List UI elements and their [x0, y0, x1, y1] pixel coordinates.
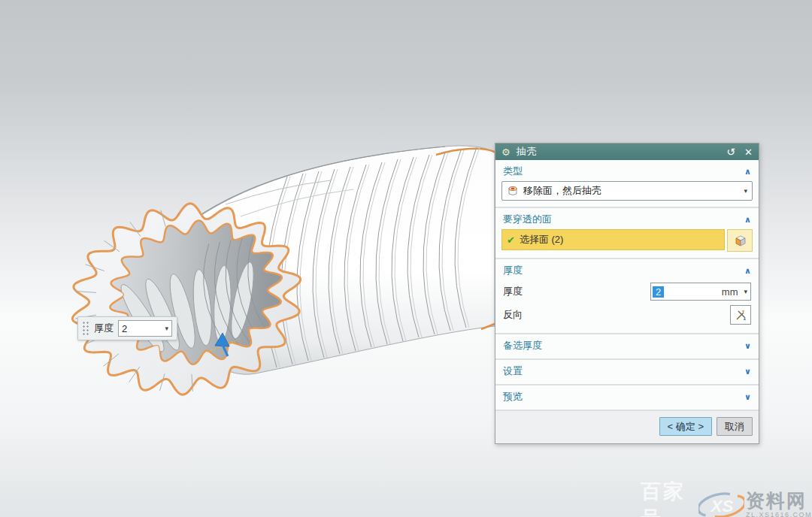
- xs-logo-icon: XS: [698, 486, 744, 517]
- check-icon: ✔: [507, 234, 515, 246]
- ok-button[interactable]: < 确定 >: [659, 417, 712, 436]
- thickness-value: 2: [653, 286, 664, 298]
- svg-text:XS: XS: [709, 497, 733, 515]
- expand-chevron-icon[interactable]: ∨: [744, 341, 751, 351]
- section-thickness-label: 厚度: [503, 264, 523, 277]
- thickness-input[interactable]: 2 mm ▾: [650, 283, 751, 301]
- cancel-button[interactable]: 取消: [717, 417, 753, 436]
- section-settings[interactable]: 设置 ∨: [495, 360, 759, 385]
- drag-handle-icon[interactable]: [81, 320, 89, 337]
- cube-icon: [733, 234, 747, 248]
- select-face-field[interactable]: ✔ 选择面 (2): [501, 229, 725, 250]
- expand-chevron-icon[interactable]: ∨: [744, 392, 751, 402]
- chevron-down-icon[interactable]: ▾: [165, 325, 168, 332]
- site-url-watermark: ZL.XS1616.COM: [746, 512, 812, 517]
- thickness-unit: mm: [722, 286, 744, 298]
- chevron-down-icon[interactable]: ▾: [744, 288, 747, 295]
- site-name-watermark: 资料网: [746, 491, 812, 510]
- reverse-direction-button[interactable]: [730, 305, 751, 325]
- section-type-label: 类型: [503, 165, 523, 178]
- watermark: 百家号 XS 资料网 ZL.XS1616.COM: [641, 478, 812, 517]
- dialog-footer: < 确定 > 取消: [495, 411, 759, 443]
- dialog-header[interactable]: ⚙ 抽壳 ↺ ✕: [495, 144, 759, 160]
- onscreen-input-panel: 厚度 2 ▾: [77, 316, 177, 340]
- type-dropdown[interactable]: 移除面，然后抽壳 ▾: [501, 181, 753, 201]
- select-face-text: 选择面 (2): [520, 233, 564, 246]
- reverse-direction-icon: [734, 308, 747, 322]
- section-thickness: 厚度 ∧ 厚度 2 mm ▾ 反向: [495, 259, 759, 334]
- chevron-down-icon: ▾: [744, 187, 747, 195]
- section-alt-thickness-label: 备选厚度: [503, 339, 542, 352]
- thickness-row-label: 厚度: [503, 285, 523, 298]
- section-type: 类型 ∧ 移除面，然后抽壳 ▾: [495, 160, 759, 208]
- collapse-chevron-icon[interactable]: ∧: [744, 167, 751, 177]
- expand-chevron-icon[interactable]: ∨: [744, 367, 751, 376]
- shell-dialog: ⚙ 抽壳 ↺ ✕ 类型 ∧ 移除面，然后抽壳 ▾: [495, 143, 759, 444]
- section-preview[interactable]: 预览 ∨: [495, 385, 759, 411]
- type-dropdown-value: 移除面，然后抽壳: [523, 184, 739, 198]
- section-alt-thickness[interactable]: 备选厚度 ∨: [495, 334, 759, 360]
- baijiahao-watermark-text: 百家号: [641, 478, 697, 517]
- face-filter-button[interactable]: [727, 229, 753, 252]
- cad-viewport: 厚度 2 ▾ ⚙ 抽壳 ↺ ✕ 类型 ∧ 移除面，然后: [0, 0, 812, 517]
- gear-icon: ⚙: [501, 147, 511, 158]
- collapse-chevron-icon[interactable]: ∧: [744, 266, 751, 276]
- dialog-title: 抽壳: [517, 145, 727, 159]
- collapse-chevron-icon[interactable]: ∧: [744, 215, 751, 225]
- remove-face-then-shell-icon: [507, 185, 519, 197]
- section-faces-label: 要穿透的面: [503, 213, 552, 226]
- close-icon[interactable]: ✕: [744, 147, 753, 158]
- mini-thickness-value: 2: [122, 323, 165, 334]
- reset-icon[interactable]: ↺: [726, 146, 735, 158]
- mini-thickness-label: 厚度: [94, 322, 114, 335]
- section-preview-label: 预览: [503, 390, 523, 404]
- mini-thickness-input[interactable]: 2 ▾: [118, 320, 172, 337]
- section-settings-label: 设置: [503, 364, 523, 378]
- section-faces: 要穿透的面 ∧ ✔ 选择面 (2): [495, 208, 759, 259]
- reverse-row-label: 反向: [503, 308, 523, 322]
